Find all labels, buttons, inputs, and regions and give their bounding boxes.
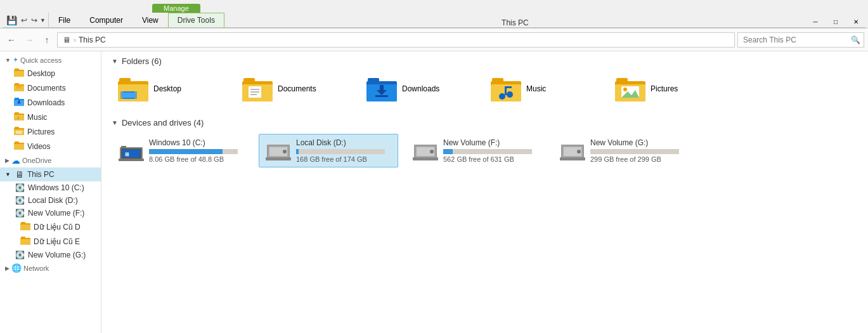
quick-save-icon[interactable]: 💾	[5, 15, 18, 25]
quick-dropdown-icon[interactable]: ▼	[40, 17, 46, 23]
drive-d-icon: 💽	[15, 196, 25, 205]
sidebar-section-onedrive[interactable]: ▶ ☁ OneDrive	[0, 153, 101, 167]
drive-g-free: 299 GB free of 299 GB	[590, 155, 685, 163]
sidebar-item-new-volume-f[interactable]: 💽 New Volume (F:)	[0, 207, 101, 219]
sidebar-windows-c-label: Windows 10 (C:)	[28, 183, 84, 192]
sidebar-item-du-lieu-cu-e[interactable]: Dữ Liệu Cũ E	[0, 234, 101, 249]
sidebar-network-label: Network	[23, 264, 49, 272]
svg-rect-2	[15, 69, 19, 71]
drive-d-name: Local Disk (D:)	[296, 138, 391, 147]
sidebar-item-downloads[interactable]: Downloads	[0, 95, 101, 110]
sidebar-item-du-lieu-cu-d[interactable]: Dữ Liệu Cũ D	[0, 219, 101, 234]
chevron-right-icon: ▶	[5, 157, 10, 164]
svg-rect-66	[119, 159, 144, 161]
drive-c-info: Windows 10 (C:) 8.06 GB free of 48.8 GB	[149, 138, 244, 163]
path-text: This PC	[79, 36, 106, 44]
svg-rect-42	[250, 94, 257, 95]
sidebar-item-videos[interactable]: Videos	[0, 139, 101, 153]
search-icon: 🔍	[851, 36, 860, 44]
sidebar-section-quick-access[interactable]: ▼ ✦ Quick access	[0, 54, 101, 66]
music-folder-icon: ♪	[14, 112, 24, 122]
folders-section-header[interactable]: ▼ Folders (6)	[112, 56, 858, 66]
folder-desktop[interactable]: Desktop	[112, 72, 226, 105]
folder-downloads[interactable]: Downloads	[360, 72, 474, 105]
sidebar-item-desktop[interactable]: Desktop	[0, 66, 101, 81]
forward-button[interactable]: →	[22, 32, 37, 48]
drive-c-name: Windows 10 (C:)	[149, 138, 244, 147]
sidebar-onedrive-label: OneDrive	[22, 157, 51, 164]
drive-f-bar-fill	[443, 149, 453, 154]
tab-file[interactable]: File	[49, 13, 80, 27]
drive-g-info: New Volume (G:) 299 GB free of 299 GB	[590, 138, 685, 163]
drive-d-bar-fill	[296, 149, 299, 154]
drive-c-icon: ⊞	[119, 141, 144, 161]
sidebar-section-network[interactable]: ▶ 🌐 Network	[0, 261, 101, 275]
manage-label: Manage	[152, 4, 200, 13]
maximize-button[interactable]: □	[826, 16, 845, 27]
svg-rect-29	[21, 237, 25, 239]
drives-section-label: Devices and drives (4)	[122, 118, 204, 127]
music-folder-svg	[491, 76, 521, 101]
downloads-folder-icon	[14, 97, 24, 108]
content-area: ▼ Folders (6) Desktop	[101, 51, 868, 333]
close-button[interactable]: ✕	[846, 16, 865, 27]
drive-f-free: 562 GB free of 631 GB	[443, 155, 538, 163]
sidebar-item-this-pc[interactable]: ▼ 🖥 This PC	[0, 167, 101, 181]
svg-rect-6	[16, 86, 22, 87]
tab-computer[interactable]: Computer	[80, 13, 133, 27]
search-input[interactable]	[737, 32, 864, 48]
drive-d-free: 168 GB free of 174 GB	[296, 155, 391, 163]
sidebar-item-windows-c[interactable]: 💽 Windows 10 (C:)	[0, 181, 101, 194]
drive-g-icon	[560, 141, 585, 161]
drives-section-header[interactable]: ▼ Devices and drives (4)	[112, 118, 858, 127]
sidebar-item-documents[interactable]: Documents	[0, 81, 101, 95]
sidebar-documents-label: Documents	[27, 84, 66, 93]
svg-rect-47	[380, 85, 384, 91]
sidebar-item-music[interactable]: ♪ Music	[0, 110, 101, 124]
svg-rect-15	[15, 112, 19, 115]
svg-rect-23	[15, 141, 19, 144]
back-button[interactable]: ←	[4, 32, 19, 48]
sidebar-desktop-label: Desktop	[27, 69, 55, 78]
star-icon: ✦	[13, 56, 18, 64]
svg-rect-20	[16, 131, 22, 134]
sidebar-item-new-volume-g[interactable]: 💽 New Volume (G:)	[0, 249, 101, 261]
svg-text:♪: ♪	[17, 115, 20, 120]
svg-rect-22	[14, 144, 24, 150]
chevron-down-icon: ▼	[5, 57, 11, 63]
documents-folder-svg	[242, 76, 273, 101]
tab-drive-tools[interactable]: Drive Tools	[168, 13, 224, 27]
svg-rect-5	[15, 83, 19, 86]
quick-undo-icon[interactable]: ↩	[20, 16, 29, 25]
folders-grid: Desktop Documents	[112, 72, 858, 105]
drive-c-icon: 💽	[15, 183, 25, 192]
svg-text:⊞: ⊞	[125, 152, 129, 157]
sidebar-item-pictures[interactable]: Pictures	[0, 124, 101, 139]
folder-icon-du-e	[20, 236, 30, 247]
network-icon: 🌐	[11, 263, 22, 273]
svg-rect-7	[16, 88, 20, 88]
minimize-button[interactable]: ─	[806, 16, 825, 27]
downloads-folder-svg	[366, 76, 397, 101]
folder-pictures[interactable]: Pictures	[609, 72, 723, 105]
drive-f-info: New Volume (F:) 562 GB free of 631 GB	[443, 138, 538, 163]
drive-windows-c[interactable]: ⊞ Windows 10 (C:) 8.06 GB free of 48.8 G…	[112, 134, 251, 167]
svg-rect-81	[560, 157, 585, 160]
quick-redo-icon[interactable]: ↪	[30, 16, 39, 25]
folders-section-label: Folders (6)	[122, 56, 162, 66]
folder-music[interactable]: Music	[484, 72, 599, 105]
tab-view[interactable]: View	[133, 13, 168, 27]
sidebar-pictures-label: Pictures	[27, 127, 55, 136]
svg-rect-40	[250, 89, 259, 90]
drive-local-d[interactable]: Local Disk (D:) 168 GB free of 174 GB	[259, 134, 398, 167]
sidebar-downloads-label: Downloads	[27, 98, 65, 107]
folder-documents[interactable]: Documents	[236, 72, 350, 105]
svg-rect-65	[121, 146, 126, 148]
drive-new-volume-f[interactable]: New Volume (F:) 562 GB free of 631 GB	[406, 134, 545, 167]
sidebar-music-label: Music	[27, 113, 47, 122]
address-path[interactable]: 🖥 › This PC	[57, 32, 735, 48]
sidebar-item-local-d[interactable]: 💽 Local Disk (D:)	[0, 194, 101, 207]
up-button[interactable]: ↑	[39, 32, 55, 48]
drive-new-volume-g[interactable]: New Volume (G:) 299 GB free of 299 GB	[553, 134, 692, 167]
drive-c-free: 8.06 GB free of 48.8 GB	[149, 155, 244, 163]
